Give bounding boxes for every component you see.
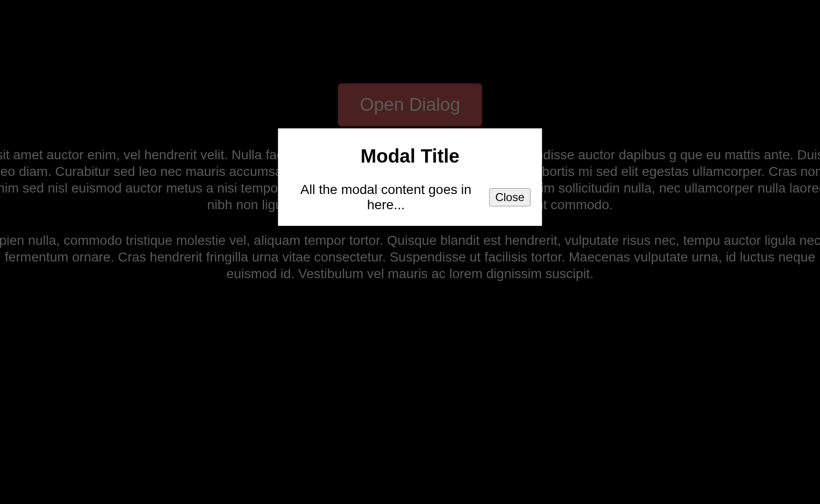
open-dialog-button[interactable]: Open Dialog	[338, 83, 482, 126]
modal-body-row: All the modal content goes in here... Cl…	[290, 182, 531, 213]
close-button[interactable]: Close	[489, 188, 530, 206]
page-root: Open Dialog n sit amet auctor enim, vel …	[0, 0, 820, 504]
modal-title: Modal Title	[290, 145, 531, 167]
background-paragraph-2: pien nulla, commodo tristique molestie v…	[0, 232, 820, 282]
modal-dialog: Modal Title All the modal content goes i…	[278, 128, 542, 226]
modal-body-text: All the modal content goes in here...	[290, 182, 483, 213]
